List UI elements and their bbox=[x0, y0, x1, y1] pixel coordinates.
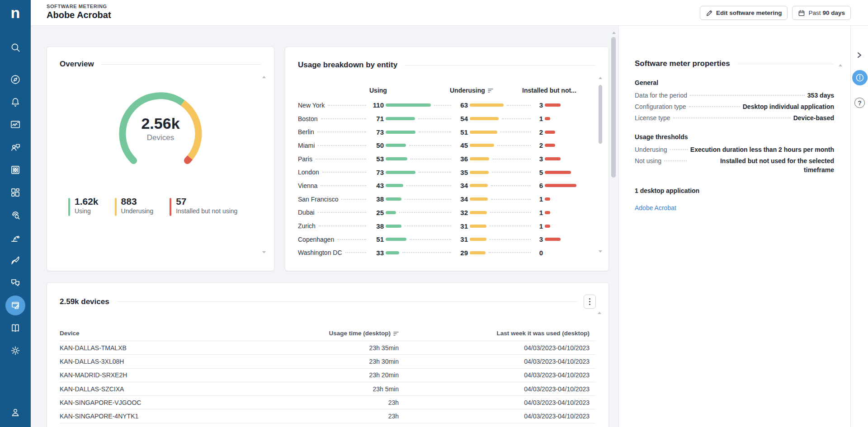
adobe-acrobat-link[interactable]: Adobe Acrobat bbox=[635, 204, 676, 211]
sidebar-item-rocket[interactable] bbox=[5, 250, 25, 270]
dotted-leader bbox=[492, 159, 531, 160]
kebab-menu-button[interactable] bbox=[584, 295, 596, 309]
legend-value: 1.62k bbox=[75, 196, 99, 206]
device-table-row[interactable]: KAN-SINGAPORE-VJGOOC 23h 04/03/2023-04/1… bbox=[60, 396, 596, 409]
last-week-used: 04/03/2023-04/10/2023 bbox=[399, 399, 596, 406]
card-scroll-up-icon[interactable] bbox=[262, 76, 266, 78]
bar-segment bbox=[470, 225, 486, 228]
dotted-leader bbox=[319, 225, 366, 226]
help-icon[interactable]: ? bbox=[854, 98, 865, 108]
last-week-used: 04/03/2023-04/10/2023 bbox=[399, 385, 596, 393]
sidebar-item-layout-tiles[interactable] bbox=[5, 183, 25, 202]
usage-breakdown-row-boston: Boston71541 bbox=[298, 112, 596, 126]
header-actions: Edit software metering Past 90 days bbox=[700, 6, 851, 20]
usage-breakdown-row-new-york: New York110633 bbox=[298, 99, 596, 112]
column-header-device[interactable]: Device bbox=[60, 330, 281, 337]
card-scroll-down-icon[interactable] bbox=[599, 250, 602, 253]
period-selector-button[interactable]: Past 90 days bbox=[792, 6, 851, 20]
sidebar-item-compass[interactable] bbox=[5, 70, 25, 89]
column-header-installed-not-using[interactable]: Installed but not... bbox=[522, 87, 590, 94]
dotted-leader bbox=[434, 105, 451, 106]
sidebar-item-bell[interactable] bbox=[5, 92, 25, 112]
sidebar-item-search[interactable] bbox=[5, 38, 25, 57]
gauge-total-value: 2.56k bbox=[47, 115, 274, 132]
sidebar-item-monitor-chart[interactable] bbox=[5, 115, 25, 135]
sidebar-item-chat[interactable] bbox=[5, 273, 25, 293]
bar-segment bbox=[386, 197, 401, 201]
sidebar-item-apps-grid[interactable] bbox=[5, 160, 25, 180]
bar-segment bbox=[470, 117, 499, 120]
sidebar-item-book[interactable] bbox=[5, 318, 25, 338]
bar-segment bbox=[386, 184, 403, 187]
sidebar-item-user-monitor[interactable] bbox=[5, 137, 25, 157]
devices-count-title: 2.59k devices bbox=[60, 297, 109, 306]
layout-tiles-icon bbox=[9, 187, 21, 198]
dotted-leader bbox=[405, 225, 451, 226]
bar-segment bbox=[545, 103, 561, 107]
entity-label: Boston bbox=[298, 115, 318, 122]
property-row-data-for-the-period: Data for the period 353 days bbox=[635, 91, 834, 100]
legend-item-using: 1.62k Using bbox=[68, 196, 99, 216]
usage-time: 23h 35min bbox=[281, 344, 399, 352]
card-scrollbar-thumb[interactable] bbox=[599, 85, 602, 144]
device-table-row[interactable]: KAN-SINGAPORE-4NYTK1 23h 04/03/2023-04/1… bbox=[60, 409, 596, 423]
dotted-leader bbox=[410, 239, 451, 240]
usage-breakdown-row-london: London73355 bbox=[298, 165, 596, 179]
dotted-leader bbox=[399, 212, 451, 213]
value-1: 32 bbox=[454, 209, 470, 216]
gauge-center: 2.56k Devices bbox=[47, 115, 274, 142]
device-table-row[interactable]: KAN-DALLAS-SZCIXA 23h 5min 04/03/2023-04… bbox=[60, 382, 596, 396]
dotted-leader bbox=[318, 145, 366, 146]
bar-segment bbox=[386, 103, 431, 107]
sidebar-item-gear[interactable] bbox=[5, 341, 25, 361]
ninja-logo[interactable]: n bbox=[0, 0, 31, 26]
info-icon[interactable] bbox=[852, 70, 868, 85]
device-table-row[interactable]: KAN-DALLAS-TMALXB 23h 35min 04/03/2023-0… bbox=[60, 341, 596, 355]
page-scrollbar-thumb[interactable] bbox=[611, 37, 616, 178]
card-scroll-up-icon[interactable] bbox=[598, 312, 601, 314]
gauge-legend: 1.62k Using 883 Underusing 57 Installed … bbox=[68, 196, 237, 216]
panel-scroll-up-icon[interactable] bbox=[839, 64, 842, 66]
divider bbox=[117, 301, 577, 302]
bar-segment bbox=[470, 251, 486, 254]
device-name: KAN-SINGAPORE-4NYTK1 bbox=[60, 413, 281, 420]
page-scroll-up-icon[interactable] bbox=[612, 32, 616, 34]
edit-software-metering-button[interactable]: Edit software metering bbox=[700, 6, 788, 20]
card-scroll-up-icon[interactable] bbox=[599, 77, 602, 79]
column-header-last-week-used[interactable]: Last week it was used (desktop) bbox=[399, 330, 596, 337]
divider bbox=[405, 65, 596, 66]
device-table-row[interactable]: KAN-DALLAS-3XL08H 23h 30min 04/03/2023-0… bbox=[60, 355, 596, 368]
device-table-row[interactable]: KAN-MADRID-SRXE2H 23h 20min 04/03/2023-0… bbox=[60, 369, 596, 382]
collapse-panel-chevron-icon[interactable] bbox=[856, 52, 863, 60]
dotted-leader bbox=[491, 185, 531, 186]
bar-segment bbox=[386, 211, 396, 214]
dotted-leader bbox=[406, 185, 451, 186]
dotted-leader bbox=[321, 118, 366, 119]
user-monitor-icon bbox=[9, 141, 21, 153]
column-header-using[interactable]: Using bbox=[369, 87, 454, 94]
sidebar-item-robot-arm[interactable] bbox=[5, 228, 25, 248]
bar-segment bbox=[386, 131, 415, 134]
device-name: KAN-DALLAS-TMALXB bbox=[60, 344, 281, 352]
sidebar-item-user[interactable] bbox=[5, 402, 25, 422]
dotted-leader bbox=[405, 199, 451, 200]
gauge-total-label: Devices bbox=[47, 133, 274, 142]
property-label: License type bbox=[635, 113, 670, 122]
usage-time: 23h 5min bbox=[281, 385, 399, 393]
sidebar-item-software-metering[interactable] bbox=[5, 296, 25, 315]
entity-label: New York bbox=[298, 102, 325, 109]
period-value: 90 days bbox=[822, 9, 845, 16]
value-2: 0 bbox=[534, 249, 545, 257]
legend-color-bar bbox=[170, 198, 171, 216]
property-row-configuration-type: Configuration type Desktop individual ap… bbox=[635, 102, 834, 111]
sidebar-item-fingerprint-search[interactable] bbox=[5, 205, 25, 225]
card-scroll-down-icon[interactable] bbox=[262, 251, 266, 253]
value-0: 53 bbox=[369, 155, 386, 163]
usage-breakdown-rows: New York110633Boston71541Berlin73512Miam… bbox=[298, 99, 596, 259]
page-title: Abobe Acrobat bbox=[47, 10, 111, 20]
sort-icon bbox=[393, 331, 399, 336]
column-header-usage-time[interactable]: Usage time (desktop) bbox=[281, 330, 399, 337]
section-heading-general: General bbox=[635, 79, 834, 86]
column-header-underusing[interactable]: Underusing bbox=[450, 87, 534, 94]
entity-label: Zurich bbox=[298, 222, 316, 230]
